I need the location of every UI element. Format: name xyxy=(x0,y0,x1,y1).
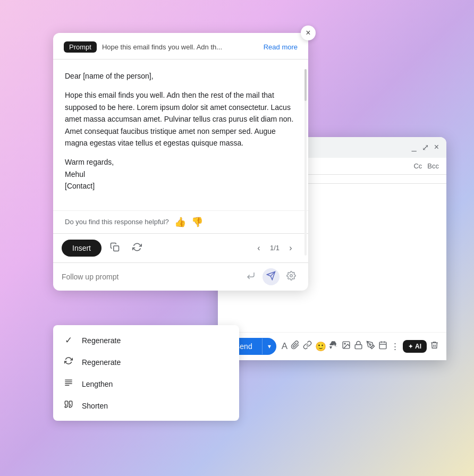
refresh-small-icon xyxy=(63,356,74,368)
svg-point-9 xyxy=(344,343,345,344)
svg-point-11 xyxy=(369,344,371,345)
ai-compose-panel: × Prompt Hope this email finds you well.… xyxy=(53,33,308,291)
followup-input[interactable] xyxy=(62,273,239,281)
compose-header-icons: _ ⤢ × xyxy=(412,142,439,152)
feedback-row: Do you find this response helpful? 👍 👎 xyxy=(53,210,308,233)
delete-icon[interactable] xyxy=(430,341,439,352)
svg-rect-10 xyxy=(355,345,362,349)
ai-panel-body: Dear [name of the person], Hope this ema… xyxy=(53,60,308,210)
ai-toolbar-button[interactable]: ✦ AI xyxy=(403,340,427,353)
panel-actions: Insert ‹ 1/1 › xyxy=(53,233,308,262)
followup-settings-button[interactable] xyxy=(283,268,300,285)
ai-label: AI xyxy=(415,343,421,350)
link-icon[interactable] xyxy=(303,341,312,352)
svg-rect-12 xyxy=(379,342,386,349)
lengthen-icon xyxy=(63,378,74,389)
minimize-icon[interactable]: _ xyxy=(412,142,417,152)
followup-send-button[interactable] xyxy=(263,268,280,285)
next-button[interactable]: › xyxy=(282,239,300,257)
drive-icon[interactable] xyxy=(329,341,338,352)
dropdown-item-regenerate-check[interactable]: ✓ Regenerate xyxy=(53,329,239,351)
ai-icon: ✦ xyxy=(408,343,413,350)
dropdown-item-label-3: Lengthen xyxy=(82,380,113,388)
closing: Warm regards, Mehul [Contact] xyxy=(65,156,297,192)
signature-icon[interactable] xyxy=(366,341,375,352)
shorten-icon xyxy=(63,400,74,411)
svg-point-3 xyxy=(290,274,293,277)
lock-icon[interactable] xyxy=(354,341,363,352)
refresh-button[interactable] xyxy=(128,239,146,257)
compose-toolbar-icons: A 🙂 ⋮ ✦ xyxy=(282,340,439,353)
refresh-icon xyxy=(132,242,142,254)
settings-icon xyxy=(286,271,296,283)
closing-line3: [Contact] xyxy=(65,182,95,190)
panel-header: Prompt Hope this email finds you well. A… xyxy=(53,33,308,60)
dropdown-item-lengthen[interactable]: Lengthen xyxy=(53,373,239,395)
prompt-badge: Prompt xyxy=(64,41,97,53)
compose-close-icon[interactable]: × xyxy=(434,142,439,152)
scrollbar-thumb xyxy=(304,69,307,101)
scrollbar-track xyxy=(304,69,307,256)
prompt-preview-text: Hope this email finds you well. Adn th..… xyxy=(102,43,258,51)
send-icon xyxy=(266,271,276,283)
enter-icon xyxy=(246,271,256,283)
closing-line1: Warm regards, xyxy=(65,158,114,166)
copy-icon xyxy=(110,242,120,254)
read-more-link[interactable]: Read more xyxy=(264,43,298,51)
cc-label[interactable]: Cc xyxy=(413,162,422,170)
more-options-icon[interactable]: ⋮ xyxy=(391,341,400,352)
thumbs-up-icon[interactable]: 👍 xyxy=(174,216,186,228)
bcc-label[interactable]: Bcc xyxy=(427,162,439,170)
body-paragraph: Hope this email finds you well. Adn then… xyxy=(65,89,297,149)
close-button[interactable]: × xyxy=(301,26,316,40)
compose-footer: Send ▾ A 🙂 xyxy=(218,332,446,360)
dropdown-item-regenerate-refresh[interactable]: Regenerate xyxy=(53,351,239,373)
attach-icon[interactable] xyxy=(291,341,300,352)
format-text-icon[interactable]: A xyxy=(282,341,287,352)
thumbs-down-icon[interactable]: 👎 xyxy=(191,216,203,228)
close-icon: × xyxy=(306,28,310,38)
svg-rect-0 xyxy=(114,245,119,251)
dropdown-item-shorten[interactable]: Shorten xyxy=(53,395,239,416)
dropdown-item-label-4: Shorten xyxy=(82,402,108,410)
followup-enter-button[interactable] xyxy=(242,268,259,285)
expand-icon[interactable]: ⤢ xyxy=(422,142,429,152)
send-dropdown-arrow[interactable]: ▾ xyxy=(262,338,276,354)
photo-icon[interactable] xyxy=(342,341,351,352)
closing-line2: Mehul xyxy=(65,170,85,178)
greeting: Dear [name of the person], xyxy=(65,70,297,82)
nav-controls: ‹ 1/1 › xyxy=(250,239,300,257)
feedback-question: Do you find this response helpful? xyxy=(65,218,169,226)
chevron-right-icon: › xyxy=(289,243,292,253)
followup-row xyxy=(53,262,308,291)
page-indicator: 1/1 xyxy=(270,244,280,252)
check-icon: ✓ xyxy=(63,335,74,346)
emoji-icon[interactable]: 🙂 xyxy=(315,341,326,352)
dropdown-item-label-1: Regenerate xyxy=(82,336,121,345)
dropdown-item-label-2: Regenerate xyxy=(82,358,121,367)
copy-button[interactable] xyxy=(106,239,124,257)
schedule-icon[interactable] xyxy=(378,341,387,352)
chevron-left-icon: ‹ xyxy=(257,243,260,253)
dropdown-menu: ✓ Regenerate Regenerate Lengthen Shorten xyxy=(53,325,239,421)
insert-button[interactable]: Insert xyxy=(62,240,101,257)
prev-button[interactable]: ‹ xyxy=(250,239,268,257)
